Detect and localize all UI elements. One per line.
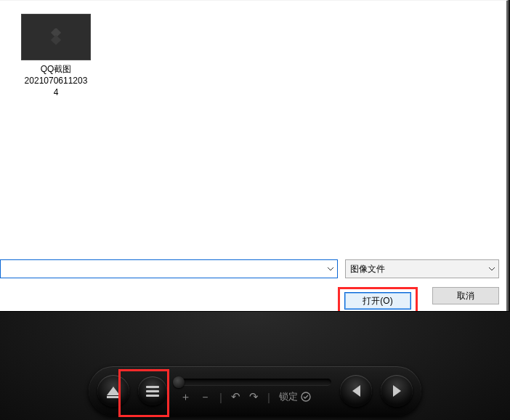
cancel-button[interactable]: 取消: [432, 287, 499, 304]
dialog-buttons: 打开(O) 取消: [0, 283, 503, 312]
file-list-pane[interactable]: QQ截图 2021070611203 4: [0, 1, 503, 258]
filetype-label: 图像文件: [350, 263, 385, 275]
lock-toggle[interactable]: 锁定: [279, 390, 311, 403]
filename-combo[interactable]: [0, 259, 338, 278]
secondary-controls: ＋ － | ↶ ↷ | 锁定: [176, 390, 331, 404]
diamond-icon: [47, 28, 65, 46]
filetype-combo[interactable]: 图像文件: [345, 259, 499, 278]
filename-filter-row: 图像文件: [0, 259, 503, 278]
filename-input[interactable]: [2, 261, 323, 277]
chevron-down-icon: [327, 267, 334, 271]
chevron-right-icon: [393, 385, 401, 397]
prev-button[interactable]: [340, 375, 372, 407]
playlist-button[interactable]: [138, 376, 167, 405]
redo-button[interactable]: ↷: [249, 390, 259, 403]
file-item[interactable]: QQ截图 2021070611203 4: [13, 14, 99, 98]
undo-button[interactable]: ↶: [231, 390, 240, 403]
progress-group: ＋ － | ↶ ↷ | 锁定: [176, 379, 331, 404]
separator: |: [267, 391, 270, 403]
chevron-left-icon: [352, 385, 360, 397]
zoom-in-button[interactable]: ＋: [180, 390, 191, 404]
progress-thumb[interactable]: [173, 376, 185, 388]
menu-icon: [146, 386, 159, 397]
svg-point-2: [301, 392, 310, 401]
file-label: QQ截图 2021070611203 4: [25, 63, 88, 98]
chevron-down-icon: [488, 267, 495, 271]
open-button[interactable]: 打开(O): [344, 292, 411, 310]
progress-slider[interactable]: [176, 379, 331, 386]
eject-button[interactable]: [97, 375, 129, 407]
file-thumbnail: [21, 14, 91, 60]
zoom-out-button[interactable]: －: [200, 390, 211, 404]
check-circle-icon: [301, 392, 311, 402]
player-control-strip: ＋ － | ↶ ↷ | 锁定: [89, 366, 421, 416]
svg-rect-1: [51, 35, 61, 45]
eject-icon: [107, 387, 120, 395]
file-open-dialog: QQ截图 2021070611203 4 图像文件 打开(O) 取消: [0, 0, 509, 311]
player-area: ＋ － | ↶ ↷ | 锁定: [0, 311, 510, 420]
next-button[interactable]: [381, 375, 413, 407]
separator: |: [219, 391, 222, 403]
